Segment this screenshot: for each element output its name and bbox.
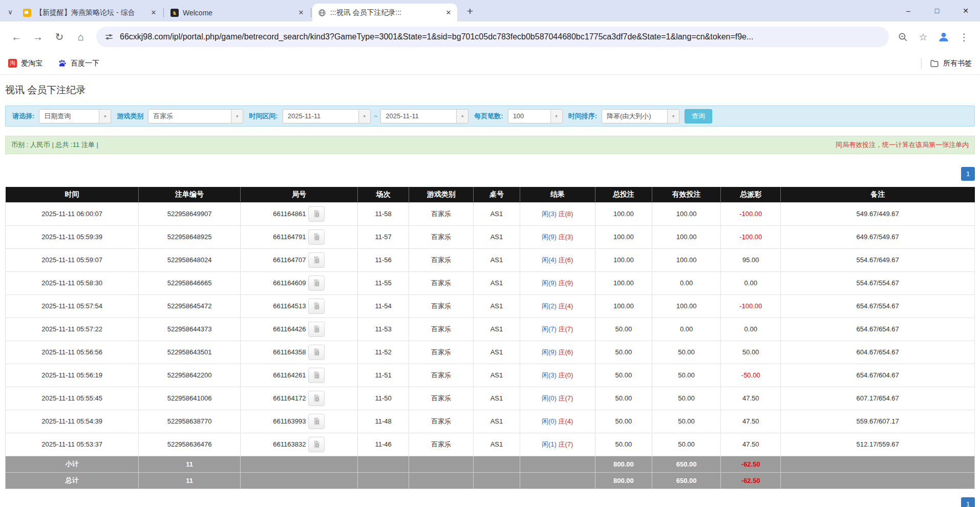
tab-welcome[interactable]: ♞ Welcome ✕ xyxy=(165,4,310,22)
cell-total-bet: 100.00 xyxy=(595,271,652,294)
video-replay-button[interactable] xyxy=(308,391,325,406)
close-window-button[interactable]: ✕ xyxy=(951,7,980,15)
cell-game-type: 百家乐 xyxy=(409,387,474,410)
video-replay-button[interactable] xyxy=(308,276,325,291)
cell-round: 661164172 xyxy=(240,387,357,410)
footer-total-bet: 800.00 xyxy=(595,456,652,472)
footer-valid-bet: 650.00 xyxy=(652,472,720,489)
footer-empty xyxy=(409,456,474,472)
video-replay-button[interactable] xyxy=(308,299,325,314)
profile-avatar-icon[interactable] xyxy=(935,28,952,46)
tab-title: :::视讯 会员下注纪录::: xyxy=(330,8,440,17)
bookmark-baidu[interactable]: 百度一下 xyxy=(58,59,99,68)
cell-result: 闲(9) 庄(6) xyxy=(520,341,595,364)
result-player: 闲(0) xyxy=(542,417,557,425)
table-row: 2025-11-11 05:58:30522958646665661164609… xyxy=(6,271,975,294)
cell-total-bet: 100.00 xyxy=(595,225,652,248)
result-banker: 庄(0) xyxy=(558,371,573,379)
sort-select[interactable]: 降幂(由大到小) ▾ xyxy=(602,109,679,123)
close-tab-icon[interactable]: ✕ xyxy=(444,9,453,16)
browser-window: ∨ 【新提醒】海燕策略论坛 - 综合 ✕ ♞ Welcome ✕ :::视讯 会… xyxy=(0,0,980,75)
video-replay-button[interactable] xyxy=(308,252,325,268)
close-tab-icon[interactable]: ✕ xyxy=(149,9,158,16)
video-replay-button[interactable] xyxy=(308,368,325,383)
window-controls: – □ ✕ xyxy=(894,0,980,22)
maximize-button[interactable]: □ xyxy=(923,7,951,15)
footer-empty xyxy=(240,456,357,472)
forward-icon[interactable]: → xyxy=(29,28,47,46)
cell-remark: 554.67/649.67 xyxy=(781,248,975,271)
cell-round: 661163993 xyxy=(240,410,357,433)
minimize-button[interactable]: – xyxy=(894,7,923,15)
cell-table-no: AS1 xyxy=(474,202,520,225)
cell-game-type: 百家乐 xyxy=(409,341,474,364)
date-to-select[interactable]: 2025-11-11 ▾ xyxy=(380,109,468,123)
page-1-button[interactable]: 1 xyxy=(961,497,975,507)
back-icon[interactable]: ← xyxy=(7,28,26,46)
video-replay-button[interactable] xyxy=(308,345,325,360)
result-player: 闲(9) xyxy=(542,348,557,356)
cell-bet-id: 522958642200 xyxy=(139,364,240,387)
tab-strip: ∨ 【新提醒】海燕策略论坛 - 综合 ✕ ♞ Welcome ✕ :::视讯 会… xyxy=(0,0,980,22)
welcome-favicon-icon: ♞ xyxy=(171,9,179,17)
pagination-top: 1 xyxy=(5,167,975,181)
cell-round: 661164861 xyxy=(240,202,357,225)
query-type-select[interactable]: 日期查询 ▾ xyxy=(39,109,111,123)
new-tab-button[interactable]: + xyxy=(463,5,477,17)
video-replay-button[interactable] xyxy=(308,437,325,452)
column-header: 结果 xyxy=(520,187,595,202)
footer-empty xyxy=(409,472,474,489)
cell-session: 11-48 xyxy=(358,410,409,433)
zoom-out-icon[interactable] xyxy=(894,28,911,46)
page-1-button[interactable]: 1 xyxy=(961,167,975,181)
tab-title: 【新提醒】海燕策略论坛 - 综合 xyxy=(35,8,145,17)
close-tab-icon[interactable]: ✕ xyxy=(296,9,306,16)
column-header: 游戏类别 xyxy=(409,187,474,202)
result-player: 闲(4) xyxy=(542,256,557,264)
cell-payout: -100.00 xyxy=(721,294,781,318)
url-text[interactable]: 66cxkj98.com/ipl/portal.php/game/betreco… xyxy=(120,32,753,41)
bookmark-star-icon[interactable]: ☆ xyxy=(914,28,932,46)
footer-empty xyxy=(358,456,409,472)
cell-round: 661164791 xyxy=(240,225,357,248)
game-type-select[interactable]: 百家乐 ▾ xyxy=(148,109,243,123)
cell-time: 2025-11-11 05:58:30 xyxy=(6,271,139,294)
video-replay-button[interactable] xyxy=(308,414,325,429)
cell-time: 2025-11-11 05:53:37 xyxy=(6,433,139,456)
cell-time: 2025-11-11 05:56:19 xyxy=(6,364,139,387)
cell-game-type: 百家乐 xyxy=(409,433,474,456)
site-settings-icon[interactable] xyxy=(104,32,114,41)
column-header: 场次 xyxy=(358,187,409,202)
cell-bet-id: 522958644373 xyxy=(139,318,240,341)
result-banker: 庄(6) xyxy=(558,348,573,356)
cell-table-no: AS1 xyxy=(474,294,520,318)
cell-round: 661164426 xyxy=(240,318,357,341)
cell-remark: 654.67/554.67 xyxy=(781,294,975,318)
per-page-label: 每页笔数: xyxy=(474,112,503,121)
table-row: 2025-11-11 05:57:22522958644373661164426… xyxy=(6,318,975,341)
cell-payout: 0.00 xyxy=(721,318,781,341)
search-button[interactable]: 查询 xyxy=(685,109,712,123)
table-row: 2025-11-11 05:59:07522958648024661164707… xyxy=(6,248,975,271)
per-page-select[interactable]: 100 ▾ xyxy=(508,109,563,123)
browser-menu-icon[interactable]: ⋮ xyxy=(955,28,973,46)
all-bookmarks-button[interactable]: 所有书签 xyxy=(930,59,972,68)
cell-session: 11-46 xyxy=(358,433,409,456)
footer-empty xyxy=(358,472,409,489)
tab-search-chevron-icon[interactable]: ∨ xyxy=(3,3,17,20)
cell-bet-id: 522958646665 xyxy=(139,271,240,294)
video-replay-button[interactable] xyxy=(308,206,325,222)
cell-valid-bet: 100.00 xyxy=(652,248,720,271)
home-icon[interactable]: ⌂ xyxy=(72,28,90,46)
tab-forum[interactable]: 【新提醒】海燕策略论坛 - 综合 ✕ xyxy=(17,4,162,22)
date-from-select[interactable]: 2025-11-11 ▾ xyxy=(283,109,371,123)
cell-session: 11-56 xyxy=(358,248,409,271)
tab-betrecord-active[interactable]: :::视讯 会员下注纪录::: ✕ xyxy=(312,4,457,22)
address-bar[interactable]: 66cxkj98.com/ipl/portal.php/game/betreco… xyxy=(96,27,889,47)
video-replay-button[interactable] xyxy=(308,322,325,337)
forum-favicon-icon xyxy=(23,9,31,17)
video-replay-button[interactable] xyxy=(308,229,325,245)
bookmark-aitaobao[interactable]: 淘 爱淘宝 xyxy=(8,59,42,68)
refresh-icon[interactable]: ↻ xyxy=(50,28,69,46)
footer-empty xyxy=(520,472,595,489)
